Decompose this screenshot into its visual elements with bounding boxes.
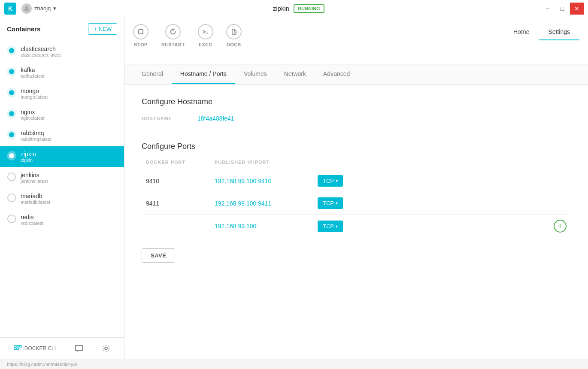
chat-icon bbox=[75, 344, 83, 353]
status-dot-rabbitmq bbox=[7, 130, 16, 141]
toolbar-nav: Home Settings bbox=[504, 24, 579, 40]
user-info[interactable]: zhaojq ▾ bbox=[21, 3, 56, 14]
save-button[interactable]: SAVE bbox=[142, 248, 175, 263]
svg-point-4 bbox=[9, 69, 14, 74]
container-image-rabbitmq: rabbitmq:latest bbox=[21, 136, 52, 142]
published-port-0: 192.168.99.100:9410 bbox=[215, 178, 318, 184]
ports-section-title: Configure Ports bbox=[142, 142, 571, 151]
settings-button[interactable] bbox=[97, 342, 115, 355]
svg-point-15 bbox=[8, 215, 15, 223]
close-button[interactable]: ✕ bbox=[570, 3, 584, 15]
hostname-section: Configure Hostname HOSTNAME 18f4a408fe41 bbox=[142, 97, 571, 129]
user-avatar bbox=[21, 3, 32, 14]
exec-action[interactable]: EXEC bbox=[198, 24, 213, 47]
container-title: zipkin bbox=[273, 5, 289, 12]
svg-rect-17 bbox=[17, 345, 19, 347]
svg-point-8 bbox=[9, 111, 14, 116]
home-nav-button[interactable]: Home bbox=[504, 24, 539, 40]
titlebar: K zhaojq ▾ zipkin RUNNING − □ ✕ bbox=[0, 0, 588, 17]
exec-label: EXEC bbox=[199, 42, 212, 47]
sidebar-item-mongo[interactable]: mongomongo:latest bbox=[0, 83, 124, 104]
container-name-mongo: mongo bbox=[21, 88, 48, 94]
minimize-button[interactable]: − bbox=[541, 3, 555, 15]
settings-tab-general[interactable]: General bbox=[133, 64, 172, 84]
new-container-button[interactable]: + NEW bbox=[88, 23, 117, 35]
container-image-nginx: nginx:latest bbox=[21, 115, 45, 121]
container-image-jenkins: jenkins:latest bbox=[21, 178, 48, 184]
docker-port-1: 9411 bbox=[146, 200, 215, 207]
ports-header: DOCKER PORT PUBLISHED IP:PORT bbox=[142, 160, 571, 165]
docs-label: DOCS bbox=[227, 42, 241, 47]
stop-icon bbox=[133, 24, 149, 39]
container-image-kafka: kafka:latest bbox=[21, 73, 45, 79]
col-docker-header: DOCKER PORT bbox=[146, 160, 215, 165]
docs-action[interactable]: DOCS bbox=[226, 24, 242, 47]
port-row-2: 192.168.99.100:TCP ▾+ bbox=[142, 215, 571, 238]
svg-rect-22 bbox=[139, 30, 143, 34]
chat-button[interactable] bbox=[70, 342, 88, 355]
tcp-button-2[interactable]: TCP ▾ bbox=[318, 221, 343, 232]
toolbar-actions: STOP RESTART EXEC bbox=[133, 24, 504, 47]
container-list: elasticsearchelasticsearch:latestkafkaka… bbox=[0, 41, 124, 337]
restart-icon bbox=[165, 24, 181, 39]
sidebar-item-nginx[interactable]: nginxnginx:latest bbox=[0, 104, 124, 125]
svg-rect-20 bbox=[17, 348, 19, 350]
settings-nav-button[interactable]: Settings bbox=[539, 24, 579, 40]
container-name-nginx: nginx bbox=[21, 109, 45, 115]
sidebar-header: Containers + NEW bbox=[0, 17, 124, 41]
docs-icon bbox=[226, 24, 242, 39]
container-name-jenkins: jenkins bbox=[21, 172, 48, 178]
url-text: https://blog.cadm.net/miabdichyol bbox=[7, 362, 77, 367]
docker-port-0: 9410 bbox=[146, 178, 215, 184]
svg-point-12 bbox=[9, 153, 14, 158]
docker-cli-icon bbox=[14, 344, 22, 353]
sidebar-item-zipkin[interactable]: zipkinzipkin bbox=[0, 146, 124, 167]
gear-icon bbox=[102, 344, 110, 353]
sidebar: Containers + NEW elasticsearchelasticsea… bbox=[0, 17, 124, 359]
sidebar-footer: DOCKER CLI bbox=[0, 337, 124, 359]
running-badge: RUNNING bbox=[294, 4, 324, 13]
settings-tab-advanced[interactable]: Advanced bbox=[315, 64, 358, 84]
container-image-elasticsearch: elasticsearch:latest bbox=[21, 52, 61, 57]
status-dot-elasticsearch bbox=[7, 46, 16, 57]
container-image-zipkin: zipkin bbox=[21, 157, 36, 163]
settings-tab-volumes[interactable]: Volumes bbox=[235, 64, 276, 84]
hostname-field-label: HOSTNAME bbox=[142, 116, 185, 121]
svg-rect-16 bbox=[14, 345, 16, 347]
container-name-redis: redis bbox=[21, 214, 43, 221]
add-port-button[interactable]: + bbox=[554, 220, 567, 233]
app-logo-text: K bbox=[8, 5, 12, 12]
restore-button[interactable]: □ bbox=[555, 3, 569, 15]
port-rows: 9410192.168.99.100:9410TCP ▾9411192.168.… bbox=[142, 170, 571, 238]
stop-action[interactable]: STOP bbox=[133, 24, 149, 47]
exec-icon bbox=[198, 24, 213, 39]
tcp-button-1[interactable]: TCP ▾ bbox=[318, 197, 343, 209]
svg-point-10 bbox=[9, 132, 14, 137]
sidebar-item-jenkins[interactable]: jenkinsjenkins:latest bbox=[0, 167, 124, 188]
hostname-section-title: Configure Hostname bbox=[142, 97, 571, 106]
published-port-2: 192.168.99.100: bbox=[215, 223, 318, 230]
sidebar-item-elasticsearch[interactable]: elasticsearchelasticsearch:latest bbox=[0, 41, 124, 62]
settings-tabs: GeneralHostname / PortsVolumesNetworkAdv… bbox=[124, 64, 588, 85]
user-dropdown-icon: ▾ bbox=[53, 5, 56, 12]
url-bar: https://blog.cadm.net/miabdichyol bbox=[0, 359, 588, 369]
docker-cli-button[interactable]: DOCKER CLI bbox=[9, 342, 60, 355]
svg-point-6 bbox=[9, 90, 14, 95]
restart-label: RESTART bbox=[161, 42, 185, 47]
container-name-mariadb: mariadb bbox=[21, 193, 50, 200]
settings-tab-network[interactable]: Network bbox=[276, 64, 315, 84]
svg-rect-19 bbox=[14, 348, 16, 350]
sidebar-item-mariadb[interactable]: mariadbmariadb:latest bbox=[0, 188, 124, 209]
tcp-button-0[interactable]: TCP ▾ bbox=[318, 175, 343, 187]
ports-section: Configure Ports DOCKER PORT PUBLISHED IP… bbox=[142, 142, 571, 238]
sidebar-item-kafka[interactable]: kafkakafka:latest bbox=[0, 62, 124, 83]
container-name-elasticsearch: elasticsearch bbox=[21, 45, 61, 52]
app-logo: K bbox=[4, 3, 16, 15]
container-image-mongo: mongo:latest bbox=[21, 94, 48, 100]
restart-action[interactable]: RESTART bbox=[161, 24, 185, 47]
sidebar-item-rabbitmq[interactable]: rabbitmqrabbitmq:latest bbox=[0, 125, 124, 146]
sidebar-item-redis[interactable]: redisredis:latest bbox=[0, 209, 124, 230]
settings-area: GeneralHostname / PortsVolumesNetworkAdv… bbox=[124, 64, 588, 359]
settings-tab-hostname---ports[interactable]: Hostname / Ports bbox=[172, 64, 235, 84]
status-dot-kafka bbox=[7, 67, 16, 78]
